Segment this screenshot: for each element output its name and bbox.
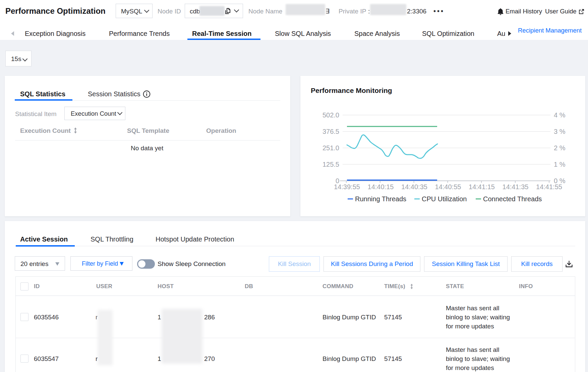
svg-text:3 %: 3 % (554, 128, 566, 135)
svg-text:376.5: 376.5 (322, 128, 339, 135)
svg-text:2 %: 2 % (554, 144, 566, 152)
svg-text:14:39:55: 14:39:55 (334, 183, 360, 191)
svg-text:14:40:15: 14:40:15 (368, 183, 394, 191)
svg-text:14:41:15: 14:41:15 (469, 183, 495, 191)
svg-text:502.0: 502.0 (322, 111, 339, 119)
svg-text:14:40:55: 14:40:55 (435, 183, 461, 191)
svg-text:Connected Threads: Connected Threads (483, 195, 542, 203)
svg-text:14:41:55: 14:41:55 (536, 183, 562, 191)
svg-text:4 %: 4 % (554, 111, 566, 119)
svg-text:CPU Utilization: CPU Utilization (422, 195, 467, 203)
svg-text:1 %: 1 % (554, 161, 566, 168)
svg-text:Running Threads: Running Threads (355, 195, 406, 203)
svg-text:251.0: 251.0 (322, 144, 339, 152)
svg-text:14:41:35: 14:41:35 (503, 183, 529, 191)
svg-text:14:40:35: 14:40:35 (401, 183, 427, 191)
svg-text:125.5: 125.5 (322, 161, 339, 168)
